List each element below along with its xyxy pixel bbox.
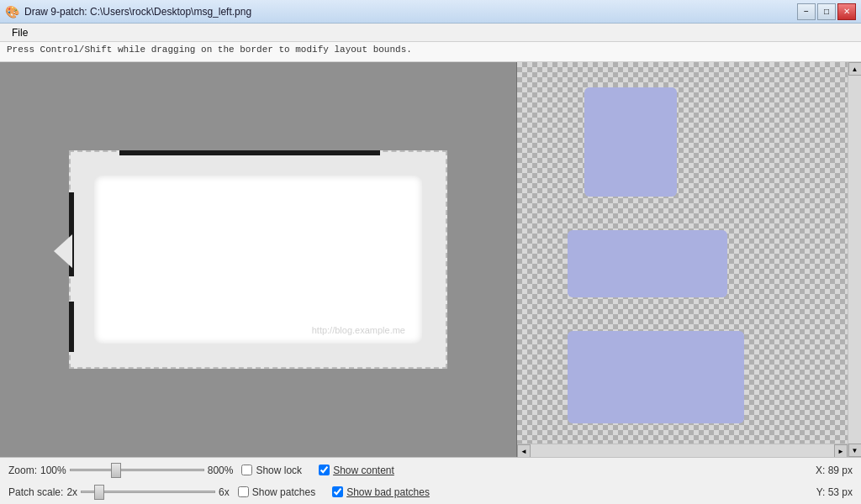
x-coordinate: X: 89 px (816, 465, 853, 476)
patch-scale-slider-container: 2x 6x (63, 486, 229, 498)
scrollbar-horizontal[interactable]: ◄ ► (517, 444, 848, 457)
show-lock-checkbox[interactable] (241, 465, 252, 475)
hint-text: Press Control/Shift while dragging on th… (7, 45, 412, 55)
preview-shape-medium (568, 230, 727, 297)
preview-shape-large (568, 331, 744, 423)
zoom-label: Zoom: (8, 465, 37, 476)
zoom-min: 100% (40, 465, 66, 476)
y-coordinate: Y: 53 px (816, 486, 853, 498)
zoom-max: 800% (208, 465, 234, 476)
scroll-right-button[interactable]: ► (834, 444, 848, 457)
right-panel: ▲ ▼ ◄ ► (517, 62, 861, 457)
maximize-button[interactable]: □ (817, 3, 836, 20)
status-bar: Zoom: 100% 800% Show lock Show content X… (0, 457, 861, 504)
nine-patch-image[interactable]: http://blog.example.me (69, 150, 447, 369)
nine-patch-editor[interactable]: http://blog.example.me (69, 150, 447, 369)
status-row-2: Patch scale: 2x 6x Show patches Show bad… (8, 481, 853, 503)
watermark: http://blog.example.me (312, 325, 405, 335)
preview-shape-small (584, 87, 677, 197)
close-button[interactable]: ✕ (837, 3, 856, 20)
patch-scale-min: 2x (66, 486, 77, 498)
show-patches-checkbox[interactable] (238, 486, 249, 497)
scrollbar-vertical[interactable]: ▲ ▼ (848, 62, 861, 457)
np-content-area (94, 176, 422, 344)
zoom-slider[interactable] (70, 469, 204, 471)
show-lock-label[interactable]: Show lock (256, 465, 302, 476)
main-content: http://blog.example.me ▲ ▼ ◄ ► (0, 62, 861, 457)
menu-file[interactable]: File (5, 25, 34, 40)
menu-bar: File (0, 24, 861, 42)
title-bar: 🎨 Draw 9-patch: C:\Users\rock\Desktop\ms… (0, 0, 861, 24)
scroll-down-button[interactable]: ▼ (848, 444, 862, 457)
show-bad-patches-checkbox[interactable] (332, 486, 343, 497)
patch-scale-label: Patch scale: (8, 486, 63, 498)
show-patches-label[interactable]: Show patches (252, 486, 315, 498)
show-content-label[interactable]: Show content (333, 465, 394, 476)
scroll-track-horizontal (531, 444, 834, 457)
scroll-left-button[interactable]: ◄ (517, 444, 531, 457)
np-left-patch-line-bottom[interactable] (69, 302, 74, 352)
zoom-slider-container: 100% 800% (37, 465, 233, 476)
left-panel[interactable]: http://blog.example.me (0, 62, 517, 457)
patch-scale-max: 6x (219, 486, 230, 498)
np-arrow-tab (54, 234, 72, 268)
scroll-track-vertical (848, 76, 861, 444)
show-bad-patches-group: Show bad patches (332, 486, 430, 498)
minimize-button[interactable]: − (797, 3, 816, 20)
np-top-patch-line[interactable] (119, 150, 380, 155)
status-row-1: Zoom: 100% 800% Show lock Show content X… (8, 459, 853, 481)
window-title: Draw 9-patch: C:\Users\rock\Desktop\msg_… (24, 6, 251, 18)
hint-bar: Press Control/Shift while dragging on th… (0, 42, 861, 62)
scroll-up-button[interactable]: ▲ (848, 62, 862, 76)
show-content-group: Show content (319, 465, 394, 476)
show-content-checkbox[interactable] (319, 465, 330, 475)
patch-scale-slider[interactable] (81, 491, 215, 493)
app-icon: 🎨 (5, 5, 19, 18)
show-bad-patches-label[interactable]: Show bad patches (346, 486, 430, 498)
show-patches-group: Show patches (238, 486, 315, 498)
show-lock-group: Show lock (241, 465, 302, 476)
